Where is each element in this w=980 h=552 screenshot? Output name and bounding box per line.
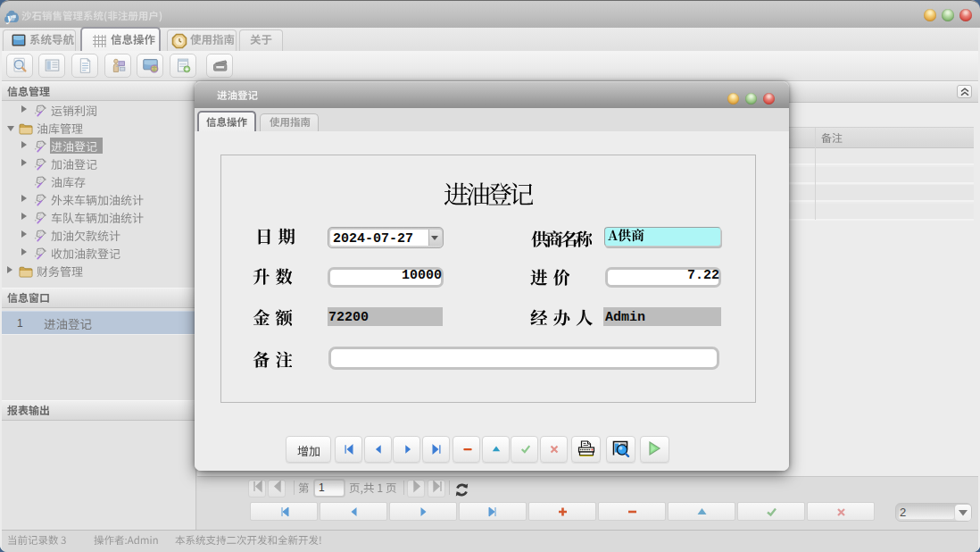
svg-text:y: y — [5, 12, 12, 24]
